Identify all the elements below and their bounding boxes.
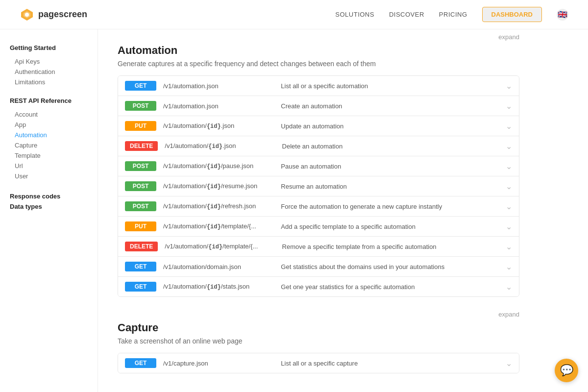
api-row[interactable]: PUT/v1/automation/{id}.jsonUpdate an aut… — [118, 116, 519, 136]
api-path: /v1/automation/{id}/pause.json — [163, 162, 273, 170]
capture-expand[interactable]: expand — [498, 311, 519, 318]
chevron-down-icon[interactable]: ⌄ — [506, 101, 512, 111]
api-path: /v1/capture.json — [163, 360, 273, 367]
sidebar-section-title-rest-api: REST API Reference — [10, 97, 88, 104]
automation-expand[interactable]: expand — [498, 33, 519, 41]
method-badge: POST — [125, 101, 156, 111]
api-row[interactable]: PUT/v1/automation/{id}/template/{...Add … — [118, 217, 519, 237]
sidebar-item-response-codes[interactable]: Response codes — [10, 191, 88, 201]
chat-button[interactable]: 💬 — [555, 359, 578, 382]
api-description: Resume an automation — [273, 183, 501, 190]
chevron-down-icon[interactable]: ⌄ — [506, 202, 512, 211]
automation-api-table: GET/v1/automation.jsonList all or a spec… — [118, 75, 519, 297]
automation-section: Automation expand Generate captures at a… — [118, 44, 519, 297]
api-path: /v1/automation/{id}/resume.json — [163, 182, 273, 190]
sidebar-section-other: Response codes Data types — [10, 191, 88, 212]
sidebar-section-getting-started: Getting Started Api Keys Authentication … — [10, 44, 88, 87]
method-badge: POST — [125, 181, 156, 191]
sidebar-item-template[interactable]: Template — [10, 150, 88, 161]
sidebar-item-limitations[interactable]: Limitations — [10, 77, 88, 87]
method-badge: PUT — [125, 221, 156, 231]
sidebar-item-data-types[interactable]: Data types — [10, 201, 88, 212]
sidebar-item-app[interactable]: App — [10, 120, 88, 130]
api-path: /v1/automation/{id}/stats.json — [163, 283, 273, 291]
api-row[interactable]: DELETE/v1/automation/{id}/template/{...R… — [118, 237, 519, 257]
api-row[interactable]: GET/v1/automation.jsonList all or a spec… — [118, 76, 519, 96]
api-description: Add a specific template to a specific au… — [273, 223, 501, 230]
pricing-link[interactable]: PRICING — [439, 11, 467, 18]
chevron-down-icon[interactable]: ⌄ — [506, 142, 512, 151]
api-row[interactable]: POST/v1/automation/{id}/resume.jsonResum… — [118, 176, 519, 196]
sidebar-item-automation[interactable]: Automation — [10, 130, 88, 140]
api-description: Pause an automation — [273, 163, 501, 170]
method-badge: PUT — [125, 121, 156, 131]
main-content: Automation expand Generate captures at a… — [98, 29, 539, 392]
api-description: Get one year statistics for a specific a… — [273, 283, 501, 291]
automation-desc: Generate captures at a specific frequenc… — [118, 60, 519, 68]
api-description: Create an automation — [273, 102, 501, 110]
language-flag[interactable]: 🇬🇧 — [557, 9, 568, 21]
chevron-down-icon[interactable]: ⌄ — [506, 242, 512, 251]
dashboard-button[interactable]: DASHBOARD — [482, 7, 542, 22]
api-description: Update an automation — [273, 122, 501, 130]
api-row[interactable]: GET/v1/automation/domain.jsonGet statist… — [118, 257, 519, 277]
method-badge: DELETE — [125, 242, 158, 251]
api-path: /v1/automation.json — [163, 82, 273, 90]
logo-icon — [20, 7, 34, 22]
api-row[interactable]: DELETE/v1/automation/{id}.jsonDelete an … — [118, 136, 519, 156]
api-row[interactable]: GET/v1/automation/{id}/stats.jsonGet one… — [118, 277, 519, 296]
automation-section-header: Automation expand Generate captures at a… — [118, 44, 519, 68]
sidebar-item-user[interactable]: User — [10, 171, 88, 181]
api-row[interactable]: POST/v1/automation.jsonCreate an automat… — [118, 96, 519, 116]
sidebar-item-url[interactable]: Url — [10, 161, 88, 171]
sidebar-item-account[interactable]: Account — [10, 109, 88, 120]
chevron-down-icon[interactable]: ⌄ — [506, 81, 512, 91]
sidebar-section-rest-api: REST API Reference Account App Automatio… — [10, 97, 88, 181]
logo[interactable]: pagescreen — [20, 7, 87, 22]
method-badge: POST — [125, 161, 156, 171]
api-path: /v1/automation/{id}/template/{... — [163, 222, 273, 230]
method-badge: DELETE — [125, 141, 158, 151]
method-badge: GET — [125, 358, 156, 368]
svg-point-2 — [25, 13, 29, 17]
api-row[interactable]: GET/v1/capture.jsonList all or a specifi… — [118, 353, 519, 373]
capture-section: Capture expand Take a screenshot of an o… — [118, 321, 519, 373]
api-path: /v1/automation/domain.json — [163, 263, 273, 270]
capture-section-header: Capture expand Take a screenshot of an o… — [118, 321, 519, 345]
method-badge: GET — [125, 282, 156, 292]
solutions-link[interactable]: SOLUTIONS — [335, 11, 374, 18]
chevron-down-icon[interactable]: ⌄ — [506, 262, 512, 271]
api-path: /v1/automation/{id}.json — [165, 142, 274, 150]
api-path: /v1/automation.json — [163, 102, 273, 110]
api-description: List all or a specific capture — [273, 360, 501, 367]
method-badge: GET — [125, 262, 156, 271]
api-description: Remove a specific template from a specif… — [274, 243, 501, 250]
api-description: Delete an automation — [274, 143, 501, 150]
sidebar-item-api-keys[interactable]: Api Keys — [10, 56, 88, 67]
discover-link[interactable]: DISCOVER — [389, 11, 424, 18]
chevron-down-icon[interactable]: ⌄ — [506, 222, 512, 231]
sidebar-item-authentication[interactable]: Authentication — [10, 67, 88, 77]
api-row[interactable]: POST/v1/automation/{id}/pause.jsonPause … — [118, 156, 519, 176]
chevron-down-icon[interactable]: ⌄ — [506, 359, 512, 368]
chevron-down-icon[interactable]: ⌄ — [506, 282, 512, 292]
chat-icon: 💬 — [560, 364, 573, 377]
sidebar: Getting Started Api Keys Authentication … — [0, 29, 98, 392]
capture-desc: Take a screenshot of an online web page — [118, 337, 519, 345]
api-row[interactable]: POST/v1/automation/{id}/refresh.jsonForc… — [118, 196, 519, 217]
nav-links: SOLUTIONS DISCOVER PRICING DASHBOARD 🇬🇧 — [335, 7, 568, 22]
method-badge: GET — [125, 81, 156, 91]
sidebar-section-title-getting-started: Getting Started — [10, 44, 88, 51]
capture-title: Capture — [118, 321, 158, 334]
chevron-down-icon[interactable]: ⌄ — [506, 182, 512, 191]
sidebar-item-capture[interactable]: Capture — [10, 140, 88, 150]
api-path: /v1/automation/{id}/refresh.json — [163, 202, 273, 210]
top-navigation: pagescreen SOLUTIONS DISCOVER PRICING DA… — [0, 0, 588, 29]
api-path: /v1/automation/{id}/template/{... — [165, 243, 274, 250]
chevron-down-icon[interactable]: ⌄ — [506, 162, 512, 171]
capture-api-table: GET/v1/capture.jsonList all or a specifi… — [118, 353, 519, 373]
chevron-down-icon[interactable]: ⌄ — [506, 122, 512, 131]
page-layout: Getting Started Api Keys Authentication … — [0, 29, 588, 392]
api-description: List all or a specific automation — [273, 82, 501, 90]
api-description: Get statistics about the domains used in… — [273, 263, 501, 270]
